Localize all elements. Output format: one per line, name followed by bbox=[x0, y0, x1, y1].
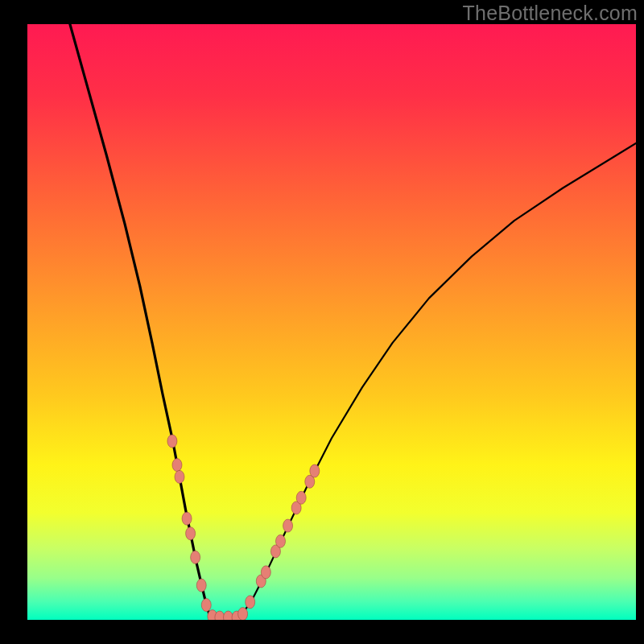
data-marker bbox=[261, 566, 270, 579]
data-marker bbox=[186, 527, 196, 540]
chart-svg bbox=[27, 24, 636, 620]
watermark-text: TheBottleneck.com bbox=[463, 2, 638, 25]
data-marker bbox=[191, 551, 200, 564]
data-marker bbox=[283, 519, 293, 532]
chart-frame: TheBottleneck.com bbox=[0, 0, 644, 644]
data-marker bbox=[182, 512, 192, 525]
data-marker bbox=[201, 599, 211, 612]
data-marker bbox=[223, 611, 233, 620]
data-marker bbox=[246, 596, 255, 609]
data-marker bbox=[238, 608, 248, 620]
data-marker bbox=[310, 464, 320, 477]
data-marker bbox=[167, 435, 177, 448]
data-marker bbox=[196, 579, 206, 592]
plot-area bbox=[27, 24, 636, 620]
data-marker bbox=[276, 535, 286, 547]
data-marker bbox=[172, 459, 182, 472]
data-marker bbox=[296, 491, 306, 504]
data-marker bbox=[175, 470, 184, 483]
curve-right-branch bbox=[241, 143, 636, 617]
